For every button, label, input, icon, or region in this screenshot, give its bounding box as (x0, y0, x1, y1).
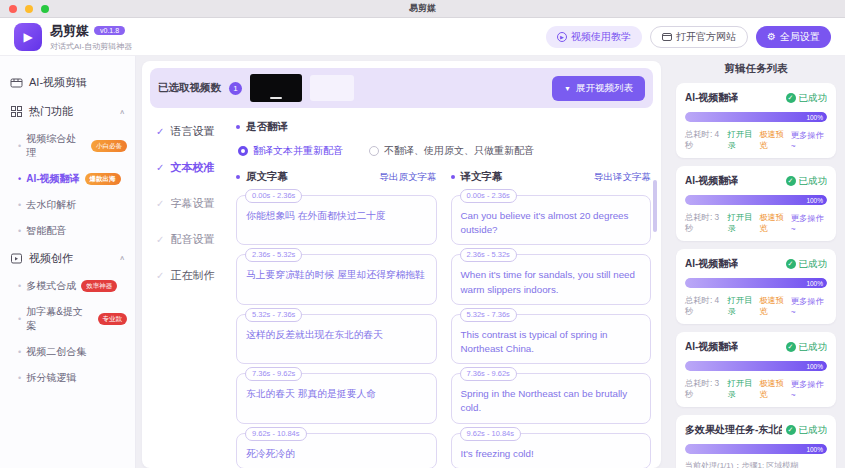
translated-title-label: 译文字幕 (461, 170, 503, 184)
task-duration: 总耗时: 3 秒 (685, 378, 728, 400)
open-directory-link[interactable]: 打开目录 (728, 378, 760, 400)
video-tutorial-button[interactable]: ▶ 视频使用教学 (546, 26, 642, 48)
expand-video-list-button[interactable]: ▼ 展开视频列表 (552, 76, 645, 101)
quick-preview-link[interactable]: 极速预览 (759, 378, 791, 400)
open-website-button[interactable]: 打开官方网站 (650, 26, 748, 48)
subtitle-text: 这样的反差就出现在东北的春天 (246, 328, 427, 342)
time-badge: 0.00s - 2.36s (245, 189, 302, 203)
play-circle-icon: ▶ (557, 32, 567, 42)
subtitle-text: 马上要穿凉鞋的时候 屋里却还得穿棉拖鞋 (246, 268, 427, 282)
task-duration: 总耗时: 3 秒 (685, 212, 728, 234)
step-语言设置[interactable]: ✓语言设置 (156, 124, 226, 139)
radio-translate-and-dub[interactable]: 翻译文本并重新配音 (238, 144, 343, 158)
bullet-icon (236, 175, 240, 179)
time-badge: 9.62s - 10.84s (460, 427, 522, 441)
bullet-icon: • (18, 347, 21, 357)
open-directory-link[interactable]: 打开目录 (728, 295, 760, 317)
app-logo-icon: ▶ (14, 23, 42, 51)
global-settings-label: 全局设置 (780, 30, 820, 44)
success-check-icon: ✓ (786, 93, 796, 103)
radio-selected-icon (238, 146, 248, 156)
time-badge: 5.32s - 7.36s (460, 308, 517, 322)
step-正在制作[interactable]: ✓正在制作 (156, 268, 226, 283)
sidebar-item[interactable]: •多模式合成效率神器 (0, 273, 135, 299)
quick-preview-link[interactable]: 极速预览 (759, 129, 791, 151)
subtitle-text: This contrast is typical of spring in No… (461, 328, 642, 356)
chevron-down-icon: ▼ (564, 85, 571, 92)
item-badge: 专业款 (98, 313, 128, 325)
sidebar-item[interactable]: •智能配音 (0, 218, 135, 244)
subtitle-rows: 0.00s - 2.36s你能想象吗 在外面都快过二十度0.00s - 2.36… (236, 195, 651, 468)
more-actions-link[interactable]: 更多操作~ (791, 296, 827, 317)
video-create-icon (10, 252, 23, 265)
chevron-up-icon: ∧ (119, 108, 125, 115)
minimize-window-button[interactable] (25, 5, 33, 13)
task-footer: 总耗时: 3 秒打开目录极速预览更多操作~ (685, 212, 827, 234)
translated-subtitle-card[interactable]: 0.00s - 2.36sCan you believe it's almost… (451, 195, 652, 245)
time-badge: 7.36s - 9.62s (245, 367, 302, 381)
translated-subtitle-card[interactable]: 5.32s - 7.36sThis contrast is typical of… (451, 314, 652, 364)
export-translated-link[interactable]: 导出译文字幕 (594, 171, 651, 184)
more-actions-link[interactable]: 更多操作~ (791, 379, 827, 400)
radio-no-translate[interactable]: 不翻译、使用原文、只做重新配音 (369, 144, 534, 158)
export-original-link[interactable]: 导出原文字幕 (380, 171, 437, 184)
task-card: 多效果处理任务-东北的春天✓已成功100%当前处理(1/1)：步骤1: 区域模糊… (676, 415, 836, 468)
sidebar-item[interactable]: •拆分镜逻辑 (0, 365, 135, 391)
sidebar-item-label: 去水印解析 (26, 198, 76, 212)
sidebar-item[interactable]: •AI-视频翻译爆款出海 (0, 166, 135, 192)
original-subtitle-card[interactable]: 7.36s - 9.62s东北的春天 那真的是挺要人命 (236, 373, 437, 423)
video-thumbnail[interactable] (250, 74, 302, 102)
original-subtitle-card[interactable]: 2.36s - 5.32s马上要穿凉鞋的时候 屋里却还得穿棉拖鞋 (236, 254, 437, 304)
step-文本校准[interactable]: ✓文本校准 (156, 160, 226, 175)
sidebar-item-ai-video-edit[interactable]: AI-视频剪辑 (0, 68, 135, 97)
app-name: 易剪媒 (50, 22, 89, 40)
original-subtitle-card[interactable]: 5.32s - 7.36s这样的反差就出现在东北的春天 (236, 314, 437, 364)
sidebar-section-video-creation[interactable]: 视频创作∧ (0, 244, 135, 273)
task-card: AI-视频翻译✓已成功100%总耗时: 3 秒打开目录极速预览更多操作~ (676, 166, 836, 241)
task-head: AI-视频翻译✓已成功 (685, 91, 827, 105)
more-actions-link[interactable]: 更多操作~ (791, 213, 827, 234)
success-check-icon: ✓ (786, 176, 796, 186)
task-progress-value: 100% (806, 197, 823, 204)
sidebar-item[interactable]: •视频二创合集 (0, 339, 135, 365)
scrollbar[interactable] (653, 180, 657, 232)
task-status-label: 已成功 (799, 175, 828, 188)
original-subtitle-card[interactable]: 9.62s - 10.84s死冷死冷的 (236, 433, 437, 468)
quick-preview-link[interactable]: 极速预览 (759, 295, 791, 317)
sidebar-item[interactable]: •去水印解析 (0, 192, 135, 218)
translated-subtitle-card[interactable]: 9.62s - 10.84sIt's freezing cold! (451, 433, 652, 468)
task-panel-title: 剪辑任务列表 (676, 62, 836, 76)
zoom-window-button[interactable] (41, 5, 49, 13)
more-actions-link[interactable]: 更多操作~ (791, 130, 827, 151)
bullet-icon: • (18, 174, 21, 184)
browser-window-icon (662, 33, 672, 41)
subtitle-row: 5.32s - 7.36s这样的反差就出现在东北的春天5.32s - 7.36s… (236, 314, 651, 364)
quick-preview-link[interactable]: 极速预览 (759, 212, 791, 234)
item-badge: 小白必备 (91, 140, 127, 152)
task-current-step-label: 当前处理(1/1)：步骤1: 区域模糊 (685, 460, 827, 468)
video-thumbnail-ghost[interactable] (310, 75, 354, 101)
step-字幕设置[interactable]: ✓字幕设置 (156, 196, 226, 211)
task-status: ✓已成功 (786, 92, 828, 105)
global-settings-button[interactable]: ⚙ 全局设置 (756, 26, 831, 48)
open-website-label: 打开官方网站 (676, 30, 736, 44)
task-progress-bar: 100% (685, 195, 827, 205)
close-window-button[interactable] (9, 5, 17, 13)
time-badge: 2.36s - 5.32s (460, 248, 517, 262)
task-panel: 剪辑任务列表 AI-视频翻译✓已成功100%总耗时: 4 秒打开目录极速预览更多… (667, 56, 845, 468)
open-directory-link[interactable]: 打开目录 (728, 129, 760, 151)
translated-subtitle-card[interactable]: 2.36s - 5.32sWhen it's time for sandals,… (451, 254, 652, 304)
open-directory-link[interactable]: 打开目录 (728, 212, 760, 234)
subtitle-row: 2.36s - 5.32s马上要穿凉鞋的时候 屋里却还得穿棉拖鞋2.36s - … (236, 254, 651, 304)
check-icon: ✓ (156, 198, 164, 209)
bullet-icon: • (18, 373, 21, 383)
sidebar-section-hot-features[interactable]: 热门功能∧ (0, 97, 135, 126)
original-subtitles-header: 原文字幕 导出原文字幕 (236, 170, 437, 184)
original-subtitle-card[interactable]: 0.00s - 2.36s你能想象吗 在外面都快过二十度 (236, 195, 437, 245)
translated-subtitle-card[interactable]: 7.36s - 9.62sSpring in the Northeast can… (451, 373, 652, 423)
check-icon: ✓ (156, 162, 164, 173)
sidebar-item[interactable]: •加字幕&提文案专业款 (0, 299, 135, 339)
step-配音设置[interactable]: ✓配音设置 (156, 232, 226, 247)
translated-subtitles-header: 译文字幕 导出译文字幕 (451, 170, 652, 184)
sidebar-item[interactable]: •视频综合处理小白必备 (0, 126, 135, 166)
